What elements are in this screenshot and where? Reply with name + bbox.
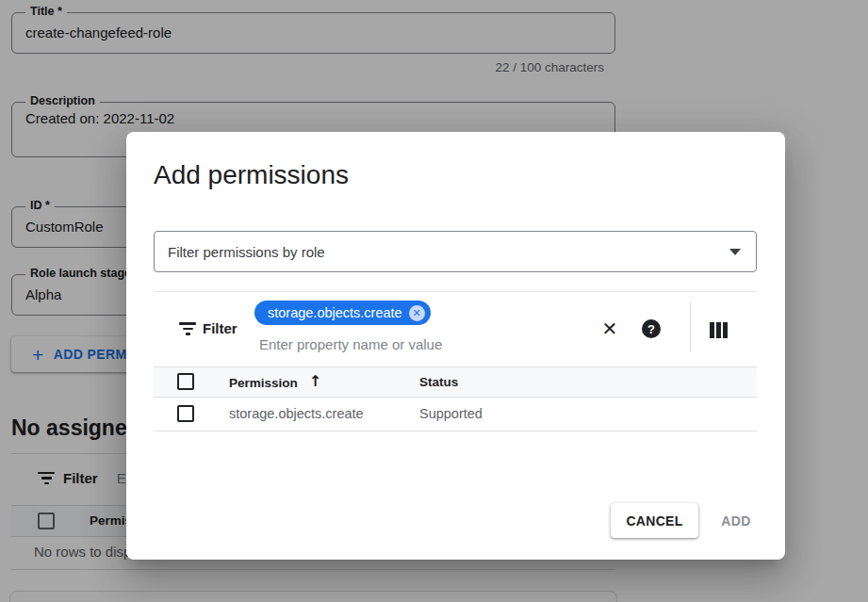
add-button[interactable]: ADD	[703, 503, 769, 538]
table-row[interactable]: storage.objects.create Supported	[154, 398, 757, 431]
filter-label: Filter	[203, 320, 237, 336]
help-icon: ?	[642, 319, 661, 338]
close-icon: ✕	[602, 317, 618, 340]
screen: Title * create-changefeed-role 22 / 100 …	[0, 0, 868, 602]
permission-column-label: Permission	[229, 376, 298, 390]
status-column-header: Status	[419, 375, 458, 389]
sort-ascending-icon: ↑	[309, 374, 321, 389]
status-cell: Supported	[419, 406, 483, 421]
dialog-table-header: Permission ↑ Status	[154, 366, 757, 398]
add-permissions-dialog: Add permissions Filter permissions by ro…	[126, 132, 785, 560]
dialog-title: Add permissions	[154, 160, 349, 190]
chevron-down-icon	[729, 249, 741, 255]
permission-cell: storage.objects.create	[229, 406, 364, 421]
cancel-button[interactable]: CANCEL	[611, 503, 698, 538]
column-display-button[interactable]	[708, 319, 729, 340]
dropdown-value: Filter permissions by role	[168, 244, 729, 260]
filter-permissions-by-role-dropdown[interactable]: Filter permissions by role	[154, 231, 757, 272]
filter-input[interactable]: Enter property name or value	[259, 336, 442, 352]
filter-chip[interactable]: storage.objects.create ✕	[254, 301, 431, 325]
divider	[154, 291, 757, 292]
select-all-checkbox[interactable]	[177, 373, 194, 390]
permission-column-header[interactable]: Permission ↑	[229, 375, 321, 390]
row-checkbox[interactable]	[177, 405, 194, 422]
filter-icon	[179, 322, 196, 335]
clear-filters-button[interactable]: ✕	[599, 318, 620, 339]
divider	[690, 302, 691, 352]
chip-remove-icon[interactable]: ✕	[409, 305, 425, 321]
help-button[interactable]: ?	[641, 318, 662, 339]
filter-chip-label: storage.objects.create	[268, 305, 402, 320]
